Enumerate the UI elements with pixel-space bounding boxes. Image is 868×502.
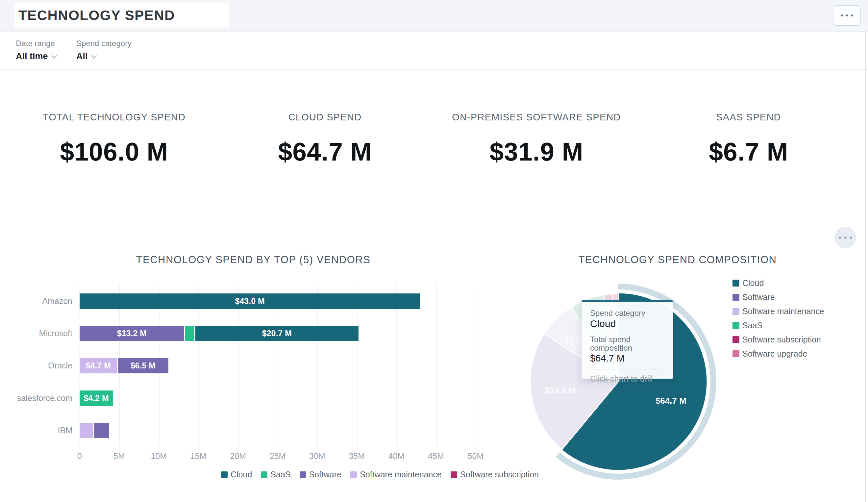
bar-segment-software[interactable]: $6.5 M	[117, 358, 168, 373]
legend-label: Software subscription	[742, 335, 821, 345]
legend-label: Software	[742, 293, 775, 302]
tooltip-field-label: Spend category	[590, 309, 664, 317]
tooltip-drill-hint: Click chart to drill	[590, 374, 664, 383]
pie-chart-legend: CloudSoftwareSoftware maintenanceSaaSSof…	[733, 278, 824, 359]
gridline	[317, 285, 318, 447]
legend-swatch	[733, 280, 740, 287]
pie-tooltip: Spend category Cloud Total spend composi…	[581, 300, 673, 379]
kpi-card: ON-PREMISES SOFTWARE SPEND$31.9 M	[425, 112, 648, 165]
bar-value-label: $6.5 M	[131, 361, 156, 370]
legend-item-software[interactable]: Software	[300, 470, 342, 479]
x-axis-tick: 25M	[263, 451, 292, 461]
bar-segment-software-maintenance[interactable]: $4.7 M	[80, 358, 117, 373]
legend-item-software-subscription[interactable]: Software subscription	[733, 335, 821, 345]
legend-item-software-maintenance[interactable]: Software maintenance	[733, 307, 824, 316]
date-range-dropdown[interactable]: All time	[16, 51, 57, 62]
legend-item-saas[interactable]: SaaS	[261, 470, 290, 479]
legend-item-software-upgrade[interactable]: Software upgrade	[733, 349, 807, 359]
gridline	[436, 285, 437, 447]
legend-swatch	[733, 308, 740, 315]
gridline	[476, 285, 476, 447]
bar-segment-cloud[interactable]: $43.0 M	[80, 294, 420, 309]
legend-label: Software maintenance	[742, 307, 824, 316]
technology-spend-dashboard: TECHNOLOGY SPEND Date range All time Spe…	[0, 0, 868, 502]
x-axis-tick: 5M	[104, 451, 134, 461]
legend-swatch	[261, 471, 267, 478]
date-range-value: All time	[16, 51, 48, 62]
kpi-card: TOTAL TECHNOLOGY SPEND$106.0 M	[2, 112, 226, 165]
bar-segment-software[interactable]: $13.2 M	[80, 326, 184, 341]
bar-chart-plot: 05M10M15M20M25M30M35M40M45M50MAmazon$43.…	[80, 285, 491, 447]
ellipsis-icon	[839, 236, 852, 239]
legend-label: Cloud	[742, 278, 764, 288]
kpi-value: $6.7 M	[637, 138, 860, 165]
kpi-card: SAAS SPEND$6.7 M	[637, 112, 860, 165]
gridline	[396, 285, 397, 447]
x-axis-tick: 45M	[421, 451, 451, 461]
ellipsis-icon	[841, 14, 853, 17]
x-axis-tick: 0	[65, 451, 94, 461]
bar-segment-saas[interactable]	[184, 326, 194, 341]
kpi-label: CLOUD SPEND	[213, 112, 437, 123]
kpi-value: $106.0 M	[2, 138, 226, 165]
filter-date-range: Date range All time	[16, 39, 57, 62]
pie-chart-title: TECHNOLOGY SPEND COMPOSITION	[513, 254, 842, 266]
chevron-down-icon	[91, 55, 97, 59]
gridline	[238, 285, 239, 447]
kpi-label: TOTAL TECHNOLOGY SPEND	[2, 112, 226, 123]
legend-swatch	[221, 471, 228, 478]
legend-label: SaaS	[742, 321, 762, 330]
chevron-down-icon	[51, 55, 57, 59]
page-title[interactable]: TECHNOLOGY SPEND	[14, 3, 229, 28]
filter-label: Spend category	[76, 39, 132, 48]
legend-label: SaaS	[270, 470, 290, 479]
filter-bar: Date range All time Spend category All	[0, 32, 868, 70]
scrollbar-track[interactable]	[865, 32, 866, 502]
bar-segment-software[interactable]	[93, 423, 109, 438]
category-label: salesforce.com	[0, 393, 72, 403]
bar-segment-software-maintenance[interactable]	[80, 423, 93, 438]
category-label: Oracle	[0, 360, 72, 370]
legend-label: Software upgrade	[742, 349, 807, 359]
tooltip-field-value: Cloud	[590, 318, 664, 329]
bar-value-label: $13.2 M	[117, 329, 147, 338]
bar-value-label: $4.2 M	[84, 393, 108, 403]
legend-item-cloud[interactable]: Cloud	[221, 470, 252, 479]
legend-swatch	[451, 471, 457, 478]
category-label: Amazon	[0, 296, 72, 306]
legend-item-software[interactable]: Software	[733, 293, 775, 302]
bar-chart-legend: CloudSaaSSoftwareSoftware maintenanceSof…	[221, 470, 539, 479]
gridline	[357, 285, 358, 447]
kpi-card: CLOUD SPEND$64.7 M	[213, 112, 437, 165]
category-label: Microsoft	[0, 328, 72, 338]
kpi-label: ON-PREMISES SOFTWARE SPEND	[425, 112, 648, 123]
filter-spend-category: Spend category All	[76, 39, 132, 62]
x-axis-tick: 40M	[382, 451, 411, 461]
legend-swatch	[350, 471, 357, 478]
pie-slice-label: $64.7 M	[655, 396, 686, 406]
x-axis-tick: 10M	[144, 451, 174, 461]
floating-more-button[interactable]	[835, 227, 856, 248]
legend-label: Software maintenance	[360, 470, 442, 479]
bar-segment-saas[interactable]: $4.2 M	[80, 390, 113, 406]
legend-swatch	[733, 350, 740, 357]
bar-chart-title: TECHNOLOGY SPEND BY TOP (5) VENDORS	[20, 254, 487, 266]
tooltip-divider	[590, 369, 664, 369]
header-more-button[interactable]	[833, 5, 861, 25]
kpi-label: SAAS SPEND	[637, 112, 860, 123]
pie-slice-label: $24.5 M	[545, 386, 576, 396]
legend-swatch	[300, 471, 306, 478]
legend-item-software-maintenance[interactable]: Software maintenance	[350, 470, 442, 479]
legend-item-cloud[interactable]: Cloud	[733, 278, 764, 288]
kpi-value: $64.7 M	[213, 138, 437, 165]
bar-segment-cloud[interactable]: $20.7 M	[194, 326, 358, 341]
bar-value-label: $4.7 M	[85, 361, 111, 370]
legend-item-saas[interactable]: SaaS	[733, 321, 762, 330]
legend-label: Cloud	[230, 470, 252, 479]
category-label: IBM	[0, 426, 72, 435]
filter-label: Date range	[16, 39, 57, 48]
legend-label: Software	[309, 470, 342, 479]
tooltip-metric-value: $64.7 M	[590, 353, 664, 363]
spend-category-dropdown[interactable]: All	[76, 51, 132, 62]
gridline	[278, 285, 278, 447]
